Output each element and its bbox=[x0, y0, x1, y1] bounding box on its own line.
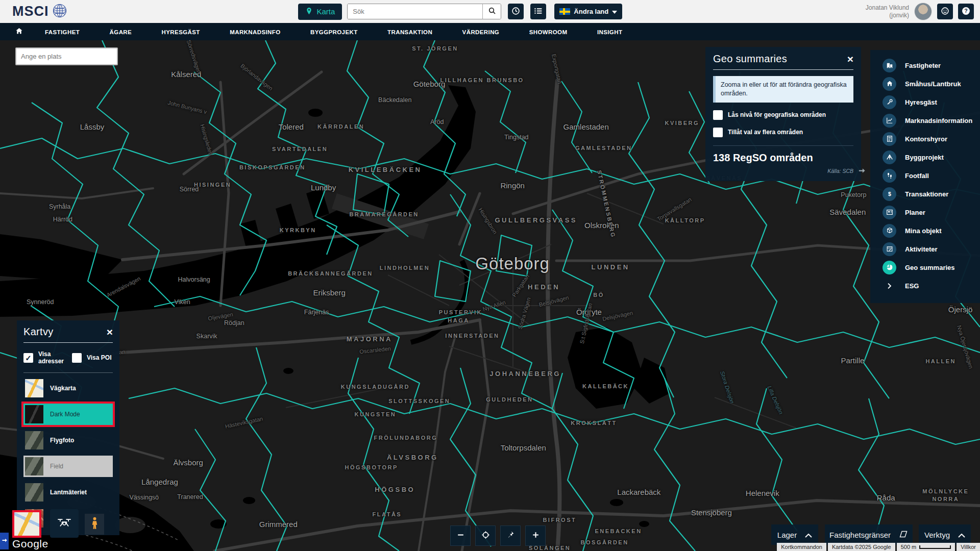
map-control-button[interactable] bbox=[500, 525, 521, 546]
map-place-label: BRÄMAREGÅRDEN bbox=[349, 211, 419, 217]
map-place-label: Göteborg bbox=[475, 254, 550, 273]
sidebar-item[interactable]: Kontorshyror bbox=[870, 130, 980, 148]
map-place-label: FLATÅS bbox=[373, 511, 402, 517]
basemap-option-label: Lantmäteriet bbox=[50, 489, 87, 496]
lager-button[interactable]: Lager bbox=[771, 524, 818, 545]
checkbox[interactable]: Visa POI bbox=[72, 351, 113, 365]
nav-item[interactable]: ÄGARE bbox=[96, 29, 146, 35]
user-info: Jonatan Viklund (jonvik) bbox=[866, 4, 909, 19]
map-place-label: Hisingsbron bbox=[478, 207, 499, 236]
chevron-right-icon bbox=[883, 279, 896, 293]
status-chip[interactable]: 500 m bbox=[897, 543, 955, 551]
map-place-label: Aröd bbox=[430, 118, 444, 126]
drone-view-button[interactable] bbox=[50, 509, 79, 538]
basemap-option-label: Field bbox=[50, 463, 63, 470]
status-chip[interactable]: Kortkommandon bbox=[777, 543, 826, 551]
sidebar-item[interactable]: Aktiviteter bbox=[870, 240, 980, 258]
sidebar-item[interactable]: Småhus/Lantbruk bbox=[870, 74, 980, 93]
map-place-label: Kålsered bbox=[171, 70, 201, 79]
checkbox[interactable]: Tillåt val av flera områden bbox=[713, 128, 853, 137]
status-chip[interactable]: Kartdata ©2025 Google bbox=[828, 543, 895, 551]
pie-chart-icon bbox=[883, 261, 896, 274]
map-place-label: Delsjövägen bbox=[602, 309, 633, 321]
feedback-button[interactable] bbox=[937, 4, 953, 19]
nav-home-button[interactable] bbox=[7, 27, 31, 37]
map-place-label: KROKSLÄTT bbox=[571, 420, 617, 426]
sidebar-item[interactable]: ESG bbox=[870, 277, 980, 295]
sidebar-item[interactable]: $ Transaktioner bbox=[870, 185, 980, 203]
map-place-label: FRÖLUNDABORG bbox=[374, 435, 438, 441]
map-place-label: Halvorsäng bbox=[178, 276, 210, 283]
nav-item[interactable]: BYGGPROJEKT bbox=[297, 29, 372, 35]
sidebar-item[interactable]: Byggprojekt bbox=[870, 148, 980, 166]
map-place-label: BIFROST bbox=[543, 517, 576, 523]
google-logo: Google bbox=[12, 538, 48, 550]
map-control-button[interactable] bbox=[475, 525, 496, 546]
sidebar-item[interactable]: Planer bbox=[870, 203, 980, 221]
msci-logo-text: MSCI bbox=[12, 4, 49, 19]
map-place-label: Torpavallsgatan bbox=[656, 196, 693, 222]
checkbox[interactable]: Lås nivå för geografiska områden bbox=[713, 110, 853, 120]
map-place-label: Sörredsvägen bbox=[186, 40, 203, 74]
svg-text:?: ? bbox=[964, 8, 967, 14]
nav-item[interactable]: HYRESGÄST bbox=[148, 29, 214, 35]
sidebar-item[interactable]: Geo summaries bbox=[870, 258, 980, 277]
close-icon[interactable]: × bbox=[107, 327, 113, 337]
sidebar-item[interactable]: Mina objekt bbox=[870, 221, 980, 240]
nav-item[interactable]: MARKNADSINFO bbox=[216, 29, 294, 35]
checkbox-box[interactable] bbox=[23, 353, 33, 363]
nav-item[interactable]: INSIGHT bbox=[583, 29, 636, 35]
checkbox[interactable]: Visa adresser bbox=[23, 351, 65, 365]
left-panel-expander[interactable] bbox=[0, 533, 9, 549]
map-canvas[interactable]: ST. JÖRGEN Göteborg LILLHAGEN BRUNSBO Bä… bbox=[0, 40, 980, 551]
collapse-panel-arrow-icon[interactable] bbox=[858, 167, 866, 177]
basemap-option[interactable]: Field bbox=[23, 456, 113, 477]
status-chip[interactable]: Villkor bbox=[957, 543, 980, 551]
checkbox-box[interactable] bbox=[713, 128, 723, 137]
app-header: MSCI Karta Ändra land Jonatan Viklund (j… bbox=[0, 0, 980, 23]
verktyg-button[interactable]: Verktyg bbox=[919, 524, 971, 545]
map-control-button[interactable] bbox=[525, 525, 546, 546]
history-button[interactable] bbox=[508, 4, 524, 19]
fastighetsgranser-button[interactable]: Fastighetsgränser bbox=[825, 524, 913, 545]
house-icon bbox=[883, 77, 896, 91]
basemap-option[interactable]: Flygfoto bbox=[23, 430, 113, 451]
sidebar-item-label: Fastigheter bbox=[905, 62, 941, 69]
list-view-button[interactable] bbox=[530, 4, 546, 19]
pegman-button[interactable] bbox=[85, 514, 104, 535]
nav-item[interactable]: FASTIGHET bbox=[31, 29, 93, 35]
karta-button[interactable]: Karta bbox=[298, 4, 342, 20]
chevron-up-icon bbox=[958, 531, 965, 539]
basemap-option[interactable]: Lantmäteriet bbox=[23, 482, 113, 503]
zoom-out-icon bbox=[456, 531, 465, 541]
basemap-option[interactable]: Vägkarta bbox=[23, 378, 113, 399]
blueprint-icon bbox=[883, 206, 896, 219]
sidebar-item[interactable]: Marknadsinformation bbox=[870, 111, 980, 130]
map-place-label: Tranered bbox=[177, 493, 203, 500]
karta-button-label: Karta bbox=[317, 7, 335, 16]
nav-item[interactable]: TRANSAKTION bbox=[374, 29, 446, 35]
sidebar-item[interactable]: Hyresgäst bbox=[870, 93, 980, 111]
avatar[interactable] bbox=[914, 3, 932, 20]
map-control-button[interactable] bbox=[450, 525, 471, 546]
module-sidebar: Fastigheter Småhus/Lantbruk Hyresgäst Ma… bbox=[870, 50, 980, 303]
sidebar-item[interactable]: Footfall bbox=[870, 166, 980, 185]
svg-text:$: $ bbox=[888, 191, 891, 197]
checkbox-box[interactable] bbox=[713, 110, 723, 120]
smiley-icon bbox=[941, 7, 949, 17]
basemap-preview-thumbnail[interactable] bbox=[12, 510, 41, 538]
nav-item[interactable]: SHOWROOM bbox=[516, 29, 581, 35]
close-icon[interactable]: × bbox=[847, 54, 853, 64]
map-place-label: Öjersjö bbox=[948, 305, 973, 313]
change-country-button[interactable]: Ändra land bbox=[554, 4, 622, 19]
place-search-input[interactable] bbox=[15, 47, 118, 65]
basemap-option[interactable]: Dark Mode bbox=[23, 404, 113, 425]
search-button[interactable] bbox=[482, 4, 501, 19]
nav-item[interactable]: VÄRDERING bbox=[449, 29, 513, 35]
search-input[interactable] bbox=[348, 4, 482, 19]
sidebar-item[interactable]: Fastigheter bbox=[870, 56, 980, 74]
map-place-label: Långedrag bbox=[141, 477, 178, 486]
building-icon bbox=[883, 59, 896, 72]
help-button[interactable]: ? bbox=[958, 4, 974, 19]
checkbox-box[interactable] bbox=[72, 353, 82, 363]
